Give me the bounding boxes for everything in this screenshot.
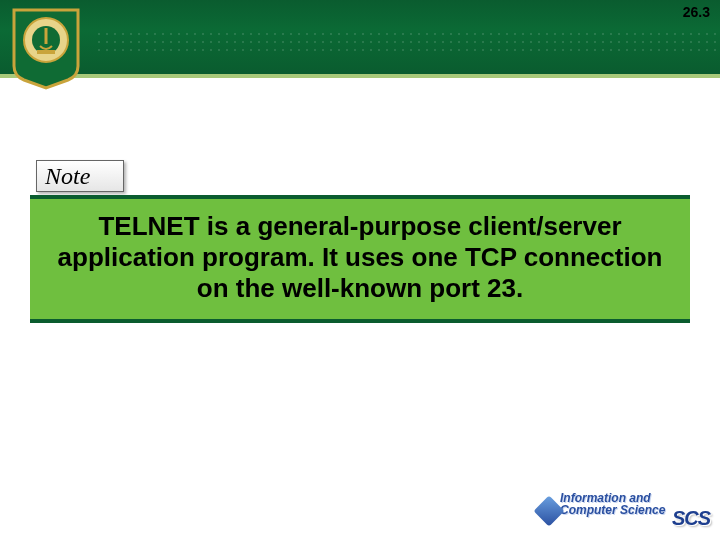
svg-rect-2	[45, 28, 48, 44]
page-number: 26.3	[683, 4, 710, 20]
note-body-text: TELNET is a general-purpose client/serve…	[40, 211, 680, 305]
note-label: Note	[36, 160, 124, 192]
note-box: TELNET is a general-purpose client/serve…	[30, 195, 690, 323]
footer-badge: SCS	[672, 507, 710, 530]
footer-dept-logo: Information and Computer Science SCS	[560, 492, 710, 532]
university-logo	[10, 6, 82, 90]
header-band	[0, 0, 720, 78]
svg-rect-3	[37, 50, 55, 54]
header-dots-pattern	[95, 30, 720, 54]
